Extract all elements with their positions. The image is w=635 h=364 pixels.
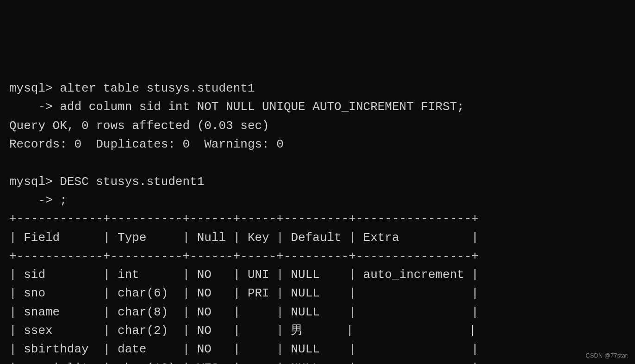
terminal-line: +------------+----------+------+-----+--…	[9, 210, 626, 228]
terminal-line: | Field | Type | Null | Key | Default | …	[9, 228, 626, 247]
terminal-line: | sname | char(8) | NO | | NULL | |	[9, 303, 626, 321]
terminal-line: mysql> alter table stusys.student1	[9, 79, 626, 98]
terminal-line	[9, 154, 626, 172]
terminal-line: | ssex | char(2) | NO | | 男 | |	[9, 321, 626, 340]
terminal-line: | sbirthday | date | NO | | NULL | |	[9, 340, 626, 358]
terminal-line: | sno | char(6) | NO | PRI | NULL | |	[9, 284, 626, 302]
terminal-line: Records: 0 Duplicates: 0 Warnings: 0	[9, 135, 626, 154]
terminal-output: mysql> alter table stusys.student1 -> ad…	[9, 79, 626, 364]
terminal-line: | sid | int | NO | UNI | NULL | auto_inc…	[9, 265, 626, 284]
terminal-line: -> ;	[9, 191, 626, 210]
watermark: CSDN @77star.	[585, 351, 629, 360]
terminal-line: +------------+----------+------+-----+--…	[9, 247, 626, 265]
terminal-line: mysql> DESC stusys.student1	[9, 173, 626, 191]
terminal-line: Query OK, 0 rows affected (0.03 sec)	[9, 117, 626, 135]
terminal-line: -> add column sid int NOT NULL UNIQUE AU…	[9, 98, 626, 116]
terminal-line: | speciality | char(12) | YES | | NULL |…	[9, 359, 626, 364]
